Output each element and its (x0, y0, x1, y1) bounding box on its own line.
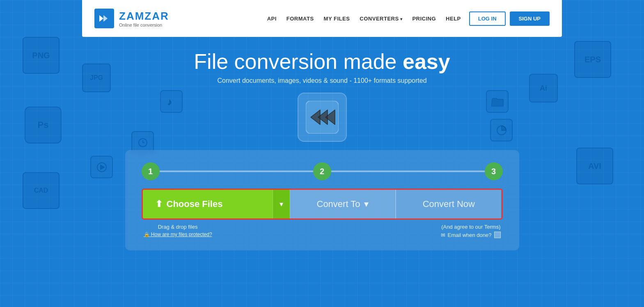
agree-text: (And agree to our (441, 224, 484, 230)
email-checkbox[interactable] (494, 232, 501, 238)
hero-subheadline: Convert documents, images, videos & soun… (217, 77, 426, 84)
hero-headline: File conversion made easy (194, 49, 450, 74)
terms-hint: (And agree to our Terms) (441, 224, 500, 230)
step-3-badge: 3 (485, 162, 503, 180)
protection-link-text: How are my files protected? (151, 232, 212, 237)
email-row: ✉ Email when done? (441, 232, 501, 238)
protection-link[interactable]: 🔒 How are my files protected? (144, 232, 212, 237)
nav-myfiles[interactable]: MY FILES (324, 16, 350, 22)
headline-bold: easy (403, 50, 450, 73)
nav-buttons: LOG IN SIGN UP (469, 11, 550, 26)
nav-pricing[interactable]: PRICING (412, 16, 436, 22)
center-logo-icon (298, 93, 347, 142)
nav-converters[interactable]: CONVERTERS (360, 16, 402, 22)
convert-to-label: Convert To (317, 199, 360, 209)
main-content: File conversion made easy Convert docume… (0, 37, 644, 250)
step-2-badge: 2 (313, 162, 331, 180)
conversion-panel: 1 2 3 ⬆ Choose Files ▾ Convert To ▾ Conv… (125, 150, 519, 250)
terms-link[interactable]: Terms (484, 224, 499, 230)
convert-to-arrow-icon: ▾ (364, 199, 369, 209)
drag-drop-hint: Drag & drop files (158, 224, 198, 230)
email-icon: ✉ (441, 232, 445, 238)
brand-name: ZAMZAR (119, 10, 169, 23)
choose-files-button[interactable]: ⬆ Choose Files (143, 190, 273, 218)
convert-now-label: Convert Now (423, 199, 475, 209)
navbar: ZAMZAR Online file conversion API FORMAT… (82, 0, 562, 37)
convert-to-button[interactable]: Convert To ▾ (290, 190, 396, 218)
step-1-badge: 1 (142, 162, 160, 180)
lock-icon: 🔒 (144, 232, 150, 237)
brand-tagline: Online file conversion (119, 23, 169, 27)
logo-icon (94, 9, 114, 28)
hints-row: Drag & drop files 🔒 How are my files pro… (142, 224, 503, 238)
nav-formats[interactable]: FORMATS (286, 16, 314, 22)
hint-right: (And agree to our Terms) ✉ Email when do… (441, 224, 501, 238)
convert-now-button[interactable]: Convert Now (396, 190, 501, 218)
hint-left: Drag & drop files 🔒 How are my files pro… (144, 224, 212, 237)
svg-marker-6 (103, 15, 108, 22)
logo-text: ZAMZAR Online file conversion (119, 10, 169, 27)
nav-links: API FORMATS MY FILES CONVERTERS PRICING … (267, 16, 461, 22)
headline-part1: File conversion made (194, 50, 403, 73)
nav-help[interactable]: HELP (446, 16, 461, 22)
choose-files-dropdown-arrow[interactable]: ▾ (273, 190, 290, 218)
action-buttons-row: ⬆ Choose Files ▾ Convert To ▾ Convert No… (142, 189, 503, 220)
steps-row: 1 2 3 (142, 162, 503, 180)
signup-button[interactable]: SIGN UP (510, 11, 550, 26)
login-button[interactable]: LOG IN (469, 11, 506, 26)
email-label: Email when done? (448, 232, 492, 238)
logo-area: ZAMZAR Online file conversion (94, 9, 169, 28)
svg-marker-5 (99, 15, 103, 22)
agree-close: ) (499, 224, 500, 230)
nav-api[interactable]: API (267, 16, 277, 22)
choose-files-label: Choose Files (167, 199, 223, 209)
upload-icon: ⬆ (155, 199, 163, 209)
